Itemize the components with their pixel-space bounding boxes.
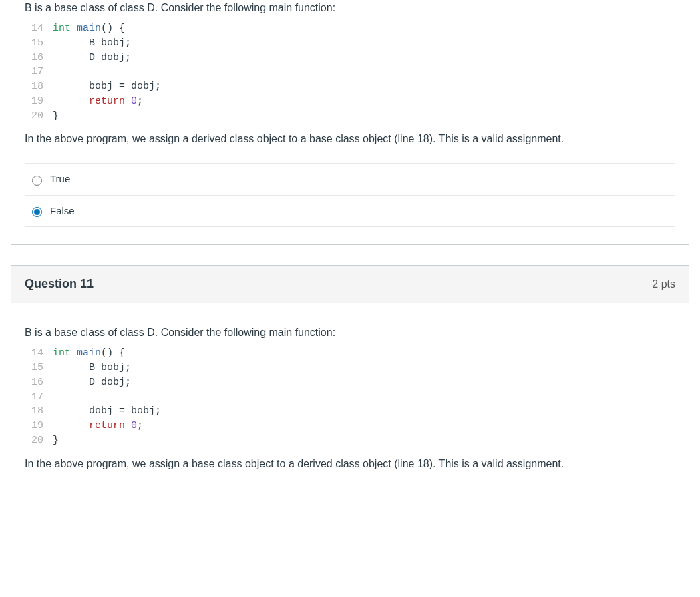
question-intro: B is a base class of class D. Consider t…: [25, 325, 675, 341]
code-line: 18 dobj = bobj;: [25, 404, 675, 419]
code-content: }: [53, 109, 59, 124]
question-card-10: B is a base class of class D. Consider t…: [11, 0, 689, 245]
code-content: int main() {: [53, 21, 125, 36]
question-title: Question 11: [25, 275, 94, 293]
code-content: }: [53, 433, 59, 448]
question-header: Question 11 2 pts: [11, 266, 689, 303]
radio-true[interactable]: [32, 176, 42, 186]
line-number: 16: [25, 51, 43, 65]
question-intro: B is a base class of class D. Consider t…: [25, 0, 675, 16]
radio-false[interactable]: [32, 207, 42, 217]
line-number: 15: [25, 361, 43, 375]
answer-option-true[interactable]: True: [25, 164, 675, 196]
line-number: 19: [25, 94, 43, 109]
line-number: 16: [25, 375, 43, 390]
code-line: 15 B bobj;: [25, 361, 675, 375]
code-content: dobj = bobj;: [53, 404, 161, 419]
question-followup: In the above program, we assign a derive…: [25, 131, 675, 147]
line-number: 19: [25, 419, 43, 433]
code-content: B bobj;: [53, 36, 131, 51]
code-content: return 0;: [53, 94, 143, 109]
code-line: 20}: [25, 433, 675, 448]
code-content: return 0;: [53, 419, 143, 433]
line-number: 15: [25, 36, 43, 51]
question-body: B is a base class of class D. Consider t…: [11, 0, 689, 244]
code-line: 17: [25, 390, 675, 405]
line-number: 17: [25, 390, 43, 405]
question-card-11: Question 11 2 pts B is a base class of c…: [11, 265, 689, 495]
code-block: 14int main() {15 B bobj;16 D dobj;1718 d…: [25, 346, 675, 447]
question-body: B is a base class of class D. Consider t…: [11, 303, 689, 494]
line-number: 20: [25, 109, 43, 124]
question-points: 2 pts: [652, 276, 675, 292]
line-number: 17: [25, 65, 43, 79]
answer-option-false[interactable]: False: [25, 196, 675, 228]
code-line: 16 D dobj;: [25, 51, 675, 65]
code-line: 20}: [25, 109, 675, 124]
code-content: int main() {: [53, 346, 125, 361]
code-content: D dobj;: [53, 51, 131, 65]
question-followup: In the above program, we assign a base c…: [25, 456, 675, 472]
code-line: 15 B bobj;: [25, 36, 675, 51]
code-content: B bobj;: [53, 361, 131, 375]
code-line: 14int main() {: [25, 21, 675, 36]
answer-label: False: [50, 204, 75, 219]
code-line: 16 D dobj;: [25, 375, 675, 390]
line-number: 20: [25, 433, 43, 448]
code-block: 14int main() {15 B bobj;16 D dobj;1718 b…: [25, 21, 675, 123]
line-number: 18: [25, 404, 43, 419]
code-line: 19 return 0;: [25, 94, 675, 109]
line-number: 18: [25, 79, 43, 94]
line-number: 14: [25, 346, 43, 361]
code-line: 19 return 0;: [25, 419, 675, 433]
code-line: 14int main() {: [25, 346, 675, 361]
answer-label: True: [50, 172, 70, 187]
code-content: bobj = dobj;: [53, 79, 161, 94]
line-number: 14: [25, 21, 43, 36]
answer-options: True False: [25, 163, 675, 227]
code-content: D dobj;: [53, 375, 131, 390]
code-line: 18 bobj = dobj;: [25, 79, 675, 94]
code-line: 17: [25, 65, 675, 79]
